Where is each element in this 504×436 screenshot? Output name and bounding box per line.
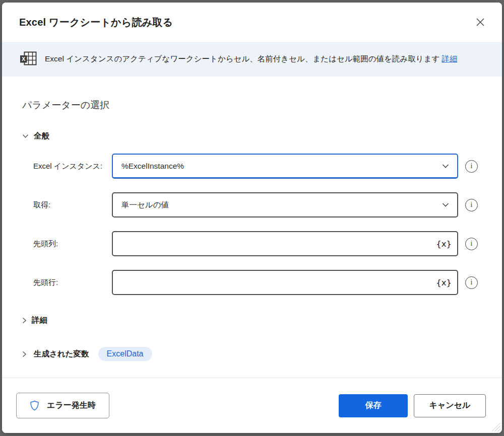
section-general[interactable]: 全般: [22, 131, 49, 141]
retrieve-value: 単一セルの値: [121, 200, 169, 210]
dialog-footer: エラー発生時 保存 キャンセル: [2, 378, 502, 433]
svg-text:X: X: [22, 56, 26, 62]
start-column-input[interactable]: [121, 232, 435, 255]
section-produced-variables[interactable]: 生成された変数 ExcelData: [22, 347, 152, 361]
start-column-label: 先頭列:: [33, 239, 112, 249]
on-error-button[interactable]: エラー発生時: [16, 393, 109, 418]
produced-variable-badge[interactable]: ExcelData: [98, 347, 152, 361]
close-button[interactable]: [472, 14, 489, 31]
dialog-body: パラメーターの選択 全般 Excel インスタンス: %ExcelInstanc…: [2, 77, 502, 361]
excel-worksheet-icon: X: [19, 51, 37, 67]
section-produced-variables-label: 生成された変数: [34, 349, 89, 359]
chevron-down-icon[interactable]: [442, 203, 449, 207]
retrieve-label: 取得:: [33, 200, 112, 210]
action-description-banner: X Excel インスタンスのアクティブなワークシートからセル、名前付きセル、ま…: [2, 42, 502, 77]
dialog-header: Excel ワークシートから読み取る: [2, 3, 502, 42]
chevron-down-icon: [22, 134, 29, 138]
info-icon[interactable]: i: [465, 160, 478, 173]
chevron-right-icon: [22, 351, 27, 357]
row-start-column: 先頭列: {x} i: [33, 231, 485, 256]
form-rows: Excel インスタンス: %ExcelInstance% i 取得: 単一セル…: [22, 154, 485, 295]
shield-icon: [30, 400, 39, 411]
excel-instance-value: %ExcelInstance%: [121, 162, 184, 171]
excel-instance-dropdown[interactable]: %ExcelInstance%: [112, 154, 458, 179]
info-icon[interactable]: i: [465, 238, 478, 250]
retrieve-dropdown[interactable]: 単一セルの値: [112, 192, 458, 217]
section-general-label: 全般: [34, 131, 49, 141]
on-error-label: エラー発生時: [47, 400, 96, 411]
excel-instance-label: Excel インスタンス:: [33, 162, 112, 171]
dialog-title: Excel ワークシートから読み取る: [19, 16, 173, 29]
section-advanced[interactable]: 詳細: [22, 315, 47, 326]
start-column-field: {x}: [112, 231, 458, 256]
cancel-button[interactable]: キャンセル: [414, 394, 486, 417]
start-row-field: {x}: [112, 270, 458, 295]
footer-actions: 保存 キャンセル: [339, 394, 486, 417]
chevron-down-icon[interactable]: [442, 164, 449, 168]
action-description: Excel インスタンスのアクティブなワークシートからセル、名前付きセル、または…: [45, 54, 457, 64]
close-icon: [475, 17, 486, 28]
info-icon[interactable]: i: [465, 276, 478, 289]
section-advanced-label: 詳細: [32, 315, 47, 326]
save-button[interactable]: 保存: [339, 394, 408, 417]
start-row-input[interactable]: [121, 271, 435, 294]
row-retrieve: 取得: 単一セルの値 i: [33, 192, 485, 217]
parameters-heading: パラメーターの選択: [22, 99, 485, 112]
variable-picker-button[interactable]: {x}: [434, 237, 453, 251]
details-link[interactable]: 詳細: [442, 54, 457, 63]
variable-picker-button[interactable]: {x}: [434, 276, 453, 289]
chevron-right-icon: [22, 317, 27, 324]
read-from-excel-worksheet-dialog: Excel ワークシートから読み取る X Excel インスタンスのアクティブな…: [2, 3, 502, 433]
row-excel-instance: Excel インスタンス: %ExcelInstance% i: [33, 154, 485, 179]
start-row-label: 先頭行:: [33, 278, 112, 287]
row-start-row: 先頭行: {x} i: [33, 270, 485, 295]
info-icon[interactable]: i: [465, 199, 478, 211]
